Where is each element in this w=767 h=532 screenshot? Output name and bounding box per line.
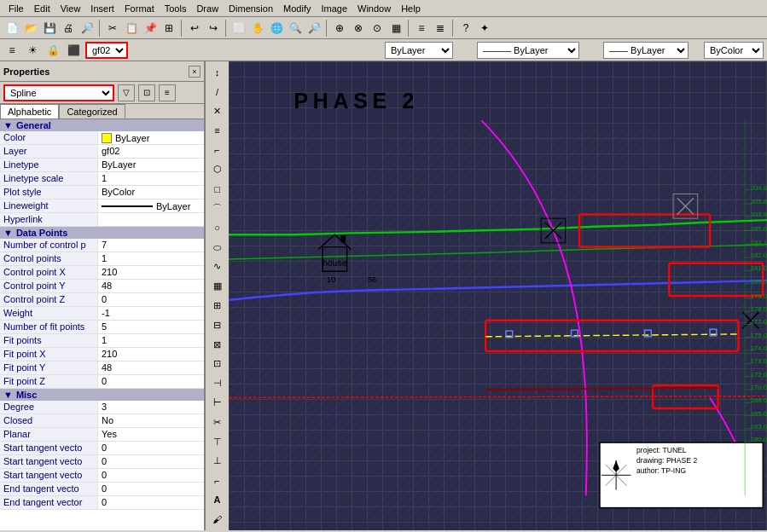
linetype-dropdown[interactable]: ——— ByLayer	[477, 42, 579, 59]
prop-start-tang-x: Start tangent vecto 0	[0, 442, 204, 455]
new-button[interactable]: 📄	[3, 20, 20, 37]
rect-tool[interactable]: □	[208, 180, 227, 199]
open-button[interactable]: 📂	[22, 20, 39, 37]
svg-text:181.0: 181.0	[751, 264, 767, 272]
paint-tool[interactable]: 🖌	[208, 510, 227, 529]
menu-format[interactable]: Format	[119, 2, 160, 15]
osnap-button[interactable]: ⊕	[331, 20, 348, 37]
prop-control-z: Control point Z 0	[0, 293, 204, 307]
osnap2-button[interactable]: ⊗	[350, 20, 367, 37]
menu-file[interactable]: File	[3, 2, 29, 15]
layer-lock-icon[interactable]: 🔒	[44, 42, 61, 59]
extra-button[interactable]: ✦	[476, 20, 493, 37]
tab-alphabetic[interactable]: Alphabetic	[0, 104, 59, 119]
layer-dropdown[interactable]: gf02	[85, 42, 128, 59]
section-misc[interactable]: ▼ Misc	[0, 389, 204, 401]
menu-modify[interactable]: Modify	[278, 2, 316, 15]
layer-state-icon[interactable]: ☀	[24, 42, 41, 59]
section-data-points[interactable]: ▼ Data Points	[0, 227, 204, 239]
prop-fit-points: Fit points 1	[0, 334, 204, 348]
menu-view[interactable]: View	[55, 2, 86, 15]
grid-button[interactable]: ▦	[387, 20, 404, 37]
object-type-dropdown[interactable]: Spline	[3, 84, 114, 101]
panel-header: Properties ×	[0, 61, 204, 82]
circle-tool[interactable]: ○	[208, 218, 227, 237]
properties-button[interactable]: ≣	[432, 20, 449, 37]
zoom-realtime-button[interactable]: 🔍	[287, 20, 304, 37]
prop-num-control-pts: Number of control p 7	[0, 239, 204, 252]
redo-button[interactable]: ↪	[205, 20, 222, 37]
zoom-in-button[interactable]: 🔎	[305, 20, 322, 37]
prop-fit-z: Fit point Z 0	[0, 375, 204, 389]
svg-text:10: 10	[327, 275, 336, 284]
array-tool[interactable]: ⊢	[208, 394, 227, 413]
lineweight-value: ByLayer	[156, 201, 190, 211]
save-button[interactable]: 💾	[41, 20, 58, 37]
ellipse-tool[interactable]: ⬭	[208, 238, 227, 257]
main-toolbar: 📄 📂 💾 🖨 🔎 ✂ 📋 📌 ⊞ ↩ ↪ ⬜ ✋ 🌐 🔍 🔎 ⊕ ⊗ ⊙ ▦ …	[0, 17, 767, 39]
trim-tool[interactable]: ✂	[208, 413, 227, 431]
paste-button[interactable]: 📌	[142, 20, 159, 37]
drawing-area[interactable]: house 10 36	[229, 61, 767, 530]
plotstyle-dropdown[interactable]: ByColor	[704, 42, 764, 59]
lineweight-dropdown[interactable]: —— ByLayer	[603, 42, 689, 59]
menu-window[interactable]: Window	[352, 2, 396, 15]
menu-image[interactable]: Image	[316, 2, 352, 15]
zoom-ext-button[interactable]: 🌐	[268, 20, 285, 37]
layer-manager-button[interactable]: ≡	[413, 20, 430, 37]
region-tool[interactable]: ⊞	[208, 297, 227, 315]
section-misc-label: Misc	[16, 390, 37, 400]
cut-button[interactable]: ✂	[104, 20, 121, 37]
line-tool[interactable]: /	[208, 83, 227, 101]
break-tool[interactable]: ⊥	[208, 452, 227, 471]
polyline-tool[interactable]: ⌐	[208, 141, 227, 159]
insert-tool[interactable]: ⊠	[208, 335, 227, 354]
sep1	[99, 20, 101, 37]
matchprop-button[interactable]: ⊞	[160, 20, 177, 37]
text-tool[interactable]: A	[208, 491, 227, 510]
otrack-button[interactable]: ⊙	[369, 20, 386, 37]
hatch-tool[interactable]: ▦	[208, 277, 227, 296]
spline-tool[interactable]: ∿	[208, 257, 227, 276]
svg-text:182.0: 182.0	[751, 252, 767, 259]
tab-categorized[interactable]: Categorized	[59, 104, 125, 119]
panel-close-button[interactable]: ×	[189, 66, 200, 78]
menu-help[interactable]: Help	[396, 2, 426, 15]
prop-plot-style: Plot style ByColor	[0, 186, 204, 200]
polygon-tool[interactable]: ⬡	[208, 160, 227, 179]
copy-button[interactable]: 📋	[123, 20, 140, 37]
menu-dimension[interactable]: Dimension	[224, 2, 278, 15]
mline-tool[interactable]: ≡	[208, 121, 227, 140]
panel-title: Properties	[3, 66, 49, 77]
block-tool[interactable]: ⊟	[208, 315, 227, 334]
help-button[interactable]: ?	[457, 20, 474, 37]
menu-insert[interactable]: Insert	[85, 2, 119, 15]
prop-control-x: Control point X 210	[0, 266, 204, 280]
prop-num-fit-pts: Number of fit points 5	[0, 321, 204, 334]
menu-tools[interactable]: Tools	[160, 2, 192, 15]
offset-tool[interactable]: ⊣	[208, 374, 227, 393]
panel-settings-button[interactable]: ≡	[159, 84, 176, 101]
menu-edit[interactable]: Edit	[29, 2, 55, 15]
preview-button[interactable]: 🔎	[78, 20, 96, 37]
menu-draw[interactable]: Draw	[191, 2, 224, 15]
zoom-pan-button[interactable]: ✋	[249, 20, 266, 37]
arc-tool[interactable]: ⌒	[208, 200, 227, 218]
section-general[interactable]: ▼ General	[0, 119, 204, 131]
arrow-tool[interactable]: ↕	[208, 63, 227, 82]
layer-color-icon[interactable]: ⬛	[65, 42, 82, 59]
color-dropdown[interactable]: ByLayer	[385, 42, 453, 59]
zoom-window-button[interactable]: ⬜	[230, 20, 247, 37]
pick-button[interactable]: ⊡	[138, 84, 155, 101]
prop-degree: Degree 3	[0, 401, 204, 414]
filter-button[interactable]: ▽	[118, 84, 135, 101]
section-data-points-label: Data Points	[16, 228, 68, 238]
fillet-tool[interactable]: ⌐	[208, 471, 227, 490]
wblock-tool[interactable]: ⊡	[208, 355, 227, 373]
extend-tool[interactable]: ⊤	[208, 432, 227, 451]
xline-tool[interactable]: ✕	[208, 102, 227, 121]
print-button[interactable]: 🖨	[60, 20, 77, 37]
svg-text:179.0: 179.0	[751, 292, 767, 300]
layer-icon[interactable]: ≡	[3, 42, 20, 59]
undo-button[interactable]: ↩	[186, 20, 203, 37]
